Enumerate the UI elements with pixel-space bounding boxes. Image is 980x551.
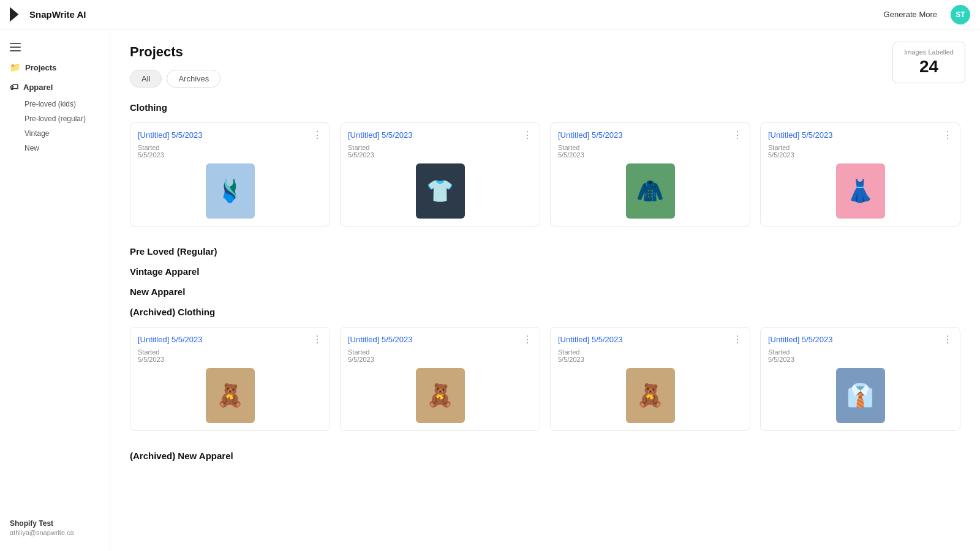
project-card-title[interactable]: [Untitled] 5/5/2023 bbox=[138, 130, 203, 140]
project-card-date: 5/5/2023 bbox=[138, 356, 322, 363]
section-vintage-apparel: Vintage Apparel bbox=[130, 266, 960, 277]
logo-icon bbox=[10, 7, 24, 22]
project-card[interactable]: [Untitled] 5/5/2023⋮Started5/5/2023👔 bbox=[760, 327, 960, 431]
sidebar-subitem-new[interactable]: New bbox=[0, 141, 110, 156]
images-labeled-count: 24 bbox=[904, 57, 954, 77]
project-grid-archived-clothing: [Untitled] 5/5/2023⋮Started5/5/2023🧸[Unt… bbox=[130, 327, 960, 431]
section-clothing: Clothing[Untitled] 5/5/2023⋮Started5/5/2… bbox=[130, 102, 960, 227]
sidebar-item-projects[interactable]: 📁 Projects bbox=[0, 58, 110, 77]
project-card-status: Started bbox=[558, 144, 742, 151]
top-navigation: SnapWrite AI Generate More ST bbox=[0, 0, 980, 29]
project-card-date: 5/5/2023 bbox=[138, 151, 322, 159]
section-header-new-apparel: New Apparel bbox=[130, 287, 960, 297]
main-content: Projects All Archives Images Labelled 24… bbox=[110, 29, 980, 551]
project-card-image: 👔 bbox=[836, 368, 885, 423]
project-card-title[interactable]: [Untitled] 5/5/2023 bbox=[348, 335, 413, 344]
project-card-image: 🧥 bbox=[626, 163, 675, 219]
project-card-image: 🧸 bbox=[206, 368, 255, 423]
sidebar-subitem-pre-loved-kids[interactable]: Pre-loved (kids) bbox=[0, 97, 110, 111]
section-header-clothing: Clothing bbox=[130, 102, 960, 113]
project-card-status: Started bbox=[768, 144, 952, 151]
project-card-date: 5/5/2023 bbox=[558, 151, 742, 159]
project-card-status: Started bbox=[558, 348, 742, 356]
project-card-date: 5/5/2023 bbox=[768, 151, 952, 159]
section-header-pre-loved-regular: Pre Loved (Regular) bbox=[130, 246, 960, 257]
section-header-vintage-apparel: Vintage Apparel bbox=[130, 266, 960, 277]
section-archived-clothing: (Archived) Clothing[Untitled] 5/5/2023⋮S… bbox=[130, 307, 960, 431]
app-name: SnapWrite AI bbox=[29, 9, 86, 20]
section-header-archived-clothing: (Archived) Clothing bbox=[130, 307, 960, 317]
project-card-date: 5/5/2023 bbox=[348, 151, 532, 159]
project-card-status: Started bbox=[768, 348, 952, 356]
menu-icon[interactable] bbox=[0, 37, 110, 58]
project-card-image: 🩱 bbox=[206, 163, 255, 219]
project-card-menu-button[interactable]: ⋮ bbox=[312, 335, 322, 345]
filter-tabs: All Archives bbox=[130, 70, 960, 88]
section-archived-new-apparel: (Archived) New Apparel bbox=[130, 451, 960, 461]
filter-tab-all[interactable]: All bbox=[130, 70, 162, 88]
sidebar-item-apparel[interactable]: 🏷 Apparel bbox=[0, 77, 110, 97]
project-card-status: Started bbox=[348, 348, 532, 356]
project-card[interactable]: [Untitled] 5/5/2023⋮Started5/5/2023👗 bbox=[760, 122, 960, 227]
project-card-status: Started bbox=[138, 348, 322, 356]
project-card-title[interactable]: [Untitled] 5/5/2023 bbox=[768, 130, 833, 140]
project-grid-clothing: [Untitled] 5/5/2023⋮Started5/5/2023🩱[Unt… bbox=[130, 122, 960, 227]
section-header-archived-new-apparel: (Archived) New Apparel bbox=[130, 451, 960, 461]
project-card[interactable]: [Untitled] 5/5/2023⋮Started5/5/2023🧸 bbox=[550, 327, 750, 431]
sidebar-subitem-vintage[interactable]: Vintage bbox=[0, 126, 110, 141]
project-card[interactable]: [Untitled] 5/5/2023⋮Started5/5/2023👕 bbox=[340, 122, 540, 227]
sidebar-projects-label: Projects bbox=[25, 63, 56, 72]
project-card-title[interactable]: [Untitled] 5/5/2023 bbox=[768, 335, 833, 344]
project-card[interactable]: [Untitled] 5/5/2023⋮Started5/5/2023🧸 bbox=[340, 327, 540, 431]
project-card[interactable]: [Untitled] 5/5/2023⋮Started5/5/2023🧸 bbox=[130, 327, 330, 431]
section-new-apparel: New Apparel bbox=[130, 287, 960, 297]
project-card[interactable]: [Untitled] 5/5/2023⋮Started5/5/2023🩱 bbox=[130, 122, 330, 227]
avatar[interactable]: ST bbox=[951, 5, 970, 24]
page-title: Projects bbox=[130, 44, 960, 60]
project-card-date: 5/5/2023 bbox=[768, 356, 952, 363]
folder-icon: 📁 bbox=[10, 62, 20, 72]
user-email: athliya@snapwrite.ca bbox=[10, 529, 100, 536]
sections-container: Clothing[Untitled] 5/5/2023⋮Started5/5/2… bbox=[130, 102, 960, 461]
project-card-menu-button[interactable]: ⋮ bbox=[312, 130, 322, 140]
project-card-menu-button[interactable]: ⋮ bbox=[943, 130, 952, 140]
topnav-right: Generate More ST bbox=[878, 5, 970, 24]
project-card-menu-button[interactable]: ⋮ bbox=[733, 335, 742, 345]
project-card-title[interactable]: [Untitled] 5/5/2023 bbox=[348, 130, 413, 140]
generate-more-button[interactable]: Generate More bbox=[878, 6, 943, 23]
project-card-status: Started bbox=[138, 144, 322, 151]
project-card-menu-button[interactable]: ⋮ bbox=[522, 335, 532, 345]
project-card-title[interactable]: [Untitled] 5/5/2023 bbox=[558, 335, 623, 344]
project-card-image: 👕 bbox=[416, 163, 465, 219]
project-card-menu-button[interactable]: ⋮ bbox=[522, 130, 532, 140]
project-card-date: 5/5/2023 bbox=[558, 356, 742, 363]
store-name: Shopify Test bbox=[10, 519, 100, 528]
tag-icon: 🏷 bbox=[10, 82, 18, 92]
filter-tab-archives[interactable]: Archives bbox=[167, 70, 221, 88]
project-card-title[interactable]: [Untitled] 5/5/2023 bbox=[138, 335, 203, 344]
images-labeled-title: Images Labelled bbox=[904, 48, 954, 56]
project-card-image: 🧸 bbox=[626, 368, 675, 423]
project-card-title[interactable]: [Untitled] 5/5/2023 bbox=[558, 130, 623, 140]
project-card-image: 👗 bbox=[836, 163, 885, 219]
project-card-date: 5/5/2023 bbox=[348, 356, 532, 363]
project-card-menu-button[interactable]: ⋮ bbox=[943, 335, 952, 345]
project-card-image: 🧸 bbox=[416, 368, 465, 423]
project-card[interactable]: [Untitled] 5/5/2023⋮Started5/5/2023🧥 bbox=[550, 122, 750, 227]
sidebar-bottom: Shopify Test athliya@snapwrite.ca bbox=[0, 512, 110, 544]
sidebar-subitem-pre-loved-regular[interactable]: Pre-loved (regular) bbox=[0, 111, 110, 126]
sidebar: 📁 Projects 🏷 Apparel Pre-loved (kids) Pr… bbox=[0, 29, 110, 551]
images-labeled-card: Images Labelled 24 bbox=[892, 42, 965, 83]
project-card-menu-button[interactable]: ⋮ bbox=[733, 130, 742, 140]
section-pre-loved-regular: Pre Loved (Regular) bbox=[130, 246, 960, 257]
project-card-status: Started bbox=[348, 144, 532, 151]
brand-area: SnapWrite AI bbox=[10, 7, 86, 22]
sidebar-apparel-label: Apparel bbox=[23, 83, 53, 92]
